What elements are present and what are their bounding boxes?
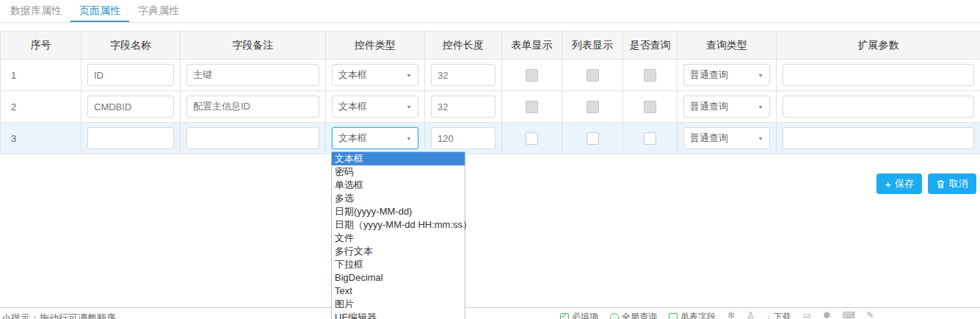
legend-label: 必填项	[572, 311, 598, 319]
legend-label: 全局查询	[622, 311, 657, 319]
dropdown-option[interactable]: 多行文本	[332, 245, 465, 258]
control-length-input[interactable]	[431, 127, 496, 149]
footer-divider	[0, 307, 980, 308]
dropdown-option[interactable]: 日期(yyyy-MM-dd)	[332, 205, 465, 218]
legend-item[interactable]: ⌨	[842, 311, 854, 319]
legend-item[interactable]: 单表字段	[669, 311, 716, 319]
dropdown-option[interactable]: 单选框	[332, 179, 465, 192]
save-button[interactable]: + 保存	[876, 173, 922, 194]
table-row-active: 3 文本框▼ 普通查询▼	[1, 123, 980, 154]
legend-item[interactable]: ✎	[867, 311, 874, 319]
edit-icon: ✎	[867, 311, 874, 319]
header-ext-params: 扩展参数	[777, 32, 980, 60]
is-query-checkbox	[644, 101, 656, 113]
control-type-value: 文本框	[338, 132, 367, 145]
field-comment-input[interactable]	[186, 96, 319, 118]
is-query-checkbox[interactable]	[644, 132, 656, 145]
chevron-down-icon: ▼	[758, 135, 763, 141]
tab-database-properties[interactable]: 数据库属性	[1, 0, 70, 22]
control-type-select[interactable]: 文本框▼	[332, 96, 418, 118]
control-type-value: 文本框	[338, 100, 367, 113]
dropdown-option[interactable]: 下拉框	[332, 258, 465, 271]
table-header-row: 序号 字段名称 字段备注 控件类型 控件长度 表单显示 列表显示 是否查询 查询…	[1, 32, 980, 60]
keyboard-icon: ⌨	[842, 311, 854, 319]
form-show-checkbox	[526, 101, 538, 113]
field-config-table: 序号 字段名称 字段备注 控件类型 控件长度 表单显示 列表显示 是否查询 查询…	[0, 31, 980, 154]
legend-item[interactable]: 全局查询	[610, 311, 657, 319]
query-type-select[interactable]: 普通查询▼	[683, 96, 770, 118]
chevron-down-icon: ▼	[406, 72, 412, 78]
footer-toolbar: 必填项 全局查询 单表字段 ✻ ♙ ↓下载 ▭ ✽ ⌨ ✎	[560, 311, 874, 319]
dropdown-option[interactable]: 文本框	[332, 152, 465, 165]
ext-params-input[interactable]	[783, 127, 974, 149]
query-type-select[interactable]: 普通查询▼	[683, 64, 770, 86]
is-query-checkbox	[644, 69, 656, 82]
dropdown-option[interactable]: 日期（yyyy-MM-dd HH:mm:ss）	[332, 218, 465, 232]
chevron-down-icon: ▼	[406, 135, 412, 141]
dropdown-option[interactable]: BigDecimal	[332, 271, 465, 284]
header-field-comment: 字段备注	[181, 32, 326, 60]
legend-label: 下载	[774, 311, 791, 319]
monitor-icon: ▭	[803, 311, 811, 319]
control-length-input[interactable]	[431, 96, 496, 118]
header-query-type: 查询类型	[678, 32, 777, 60]
row-index: 1	[1, 60, 81, 91]
field-name-input[interactable]	[87, 127, 174, 149]
query-type-value: 普通查询	[690, 68, 728, 82]
chevron-down-icon: ▼	[758, 104, 763, 110]
dropdown-option[interactable]: 密码	[332, 165, 465, 179]
ext-params-input[interactable]	[783, 96, 974, 118]
legend-item[interactable]: ✻	[727, 311, 735, 319]
row-index: 2	[1, 91, 81, 123]
green-square-icon	[669, 313, 678, 319]
tab-page-properties[interactable]: 页面属性	[70, 0, 129, 22]
field-name-input[interactable]	[87, 64, 174, 86]
table-row: 2 文本框▼ 普通查询▼	[1, 91, 980, 123]
ext-params-input[interactable]	[783, 64, 974, 86]
action-buttons: + 保存 取消	[876, 173, 976, 194]
list-show-checkbox[interactable]	[587, 132, 599, 145]
legend-item[interactable]: ↓下载	[766, 311, 791, 319]
legend-item[interactable]: ▭	[803, 311, 811, 319]
header-index: 序号	[1, 32, 81, 60]
query-type-select[interactable]: 普通查询▼	[683, 127, 770, 149]
dropdown-option[interactable]: 多选	[332, 192, 465, 205]
tab-bar: 数据库属性 页面属性 字典属性	[0, 0, 980, 23]
dropdown-option[interactable]: 图片	[332, 298, 465, 311]
header-list-show: 列表显示	[562, 32, 623, 60]
list-show-checkbox	[587, 101, 599, 113]
green-circle-icon	[610, 313, 619, 319]
cancel-button[interactable]: 取消	[928, 173, 976, 194]
gear-icon: ✽	[823, 311, 830, 319]
field-comment-input[interactable]	[186, 64, 319, 86]
query-type-value: 普通查询	[690, 100, 728, 113]
control-length-input[interactable]	[431, 64, 496, 86]
control-type-select[interactable]: 文本框▼	[332, 64, 418, 86]
header-field-name: 字段名称	[81, 32, 181, 60]
chevron-down-icon: ▼	[758, 72, 763, 78]
form-show-checkbox[interactable]	[526, 132, 538, 145]
list-show-checkbox	[587, 69, 599, 82]
user-icon: ♙	[747, 311, 755, 319]
header-control-type: 控件类型	[326, 32, 425, 60]
legend-item[interactable]: ♙	[747, 311, 755, 319]
tab-dictionary-properties[interactable]: 字典属性	[129, 0, 188, 22]
trash-icon	[936, 179, 945, 189]
field-name-input[interactable]	[87, 96, 174, 118]
control-type-dropdown-list: 文本框 密码 单选框 多选 日期(yyyy-MM-dd) 日期（yyyy-MM-…	[331, 151, 465, 319]
form-show-checkbox	[526, 69, 538, 82]
dropdown-option[interactable]: Text	[332, 284, 465, 298]
dropdown-option[interactable]: 文件	[332, 232, 465, 245]
flower-icon: ✻	[727, 311, 735, 319]
dropdown-option[interactable]: UE编辑器	[332, 311, 465, 319]
header-form-show: 表单显示	[502, 32, 562, 60]
green-check-icon	[560, 313, 569, 319]
legend-item[interactable]: ✽	[823, 311, 830, 319]
save-button-label: 保存	[895, 177, 914, 190]
legend-item[interactable]: 必填项	[560, 311, 598, 319]
field-comment-input[interactable]	[186, 127, 319, 149]
table-row: 1 文本框▼ 普通查询▼	[1, 60, 980, 91]
header-control-length: 控件长度	[425, 32, 502, 60]
control-type-select-open[interactable]: 文本框▼	[332, 127, 418, 149]
footer-hint-text: 小提示：拖动行可调整顺序	[1, 312, 116, 319]
